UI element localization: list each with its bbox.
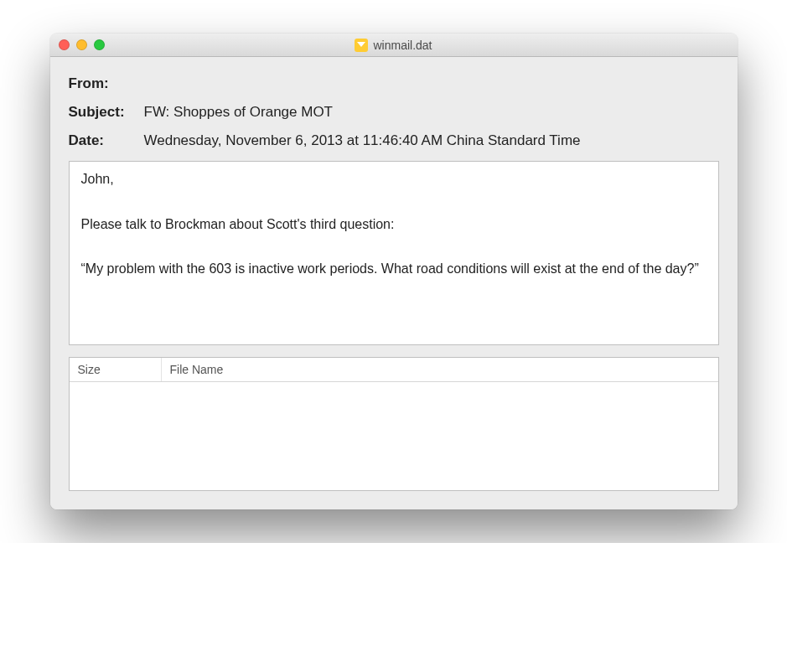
- content-area: From: Subject: FW: Shoppes of Orange MOT…: [50, 57, 738, 509]
- date-row: Date: Wednesday, November 6, 2013 at 11:…: [69, 132, 719, 149]
- subject-value: FW: Shoppes of Orange MOT: [144, 104, 334, 121]
- attachments-panel: Size File Name: [69, 357, 719, 491]
- message-body[interactable]: John, Please talk to Brockman about Scot…: [69, 161, 719, 345]
- subject-row: Subject: FW: Shoppes of Orange MOT: [69, 104, 719, 121]
- maximize-button[interactable]: [94, 39, 105, 50]
- minimize-button[interactable]: [76, 39, 87, 50]
- from-row: From:: [69, 75, 719, 92]
- date-value: Wednesday, November 6, 2013 at 11:46:40 …: [144, 132, 581, 149]
- titlebar: winmail.dat: [50, 34, 738, 57]
- document-icon: [355, 39, 368, 52]
- attachments-header: Size File Name: [70, 358, 718, 382]
- body-paragraph: John,: [81, 170, 707, 189]
- column-size[interactable]: Size: [70, 358, 162, 381]
- window: winmail.dat From: Subject: FW: Shoppes o…: [50, 34, 738, 509]
- from-label: From:: [69, 75, 144, 92]
- date-label: Date:: [69, 132, 144, 149]
- attachments-list[interactable]: [70, 382, 718, 490]
- close-button[interactable]: [59, 39, 70, 50]
- body-paragraph: “My problem with the 603 is inactive wor…: [81, 260, 707, 278]
- window-title: winmail.dat: [373, 39, 432, 52]
- column-file-name[interactable]: File Name: [162, 358, 718, 381]
- window-controls: [59, 39, 105, 50]
- titlebar-title-group: winmail.dat: [50, 39, 738, 52]
- body-paragraph: Please talk to Brockman about Scott's th…: [81, 215, 707, 234]
- subject-label: Subject:: [69, 104, 144, 121]
